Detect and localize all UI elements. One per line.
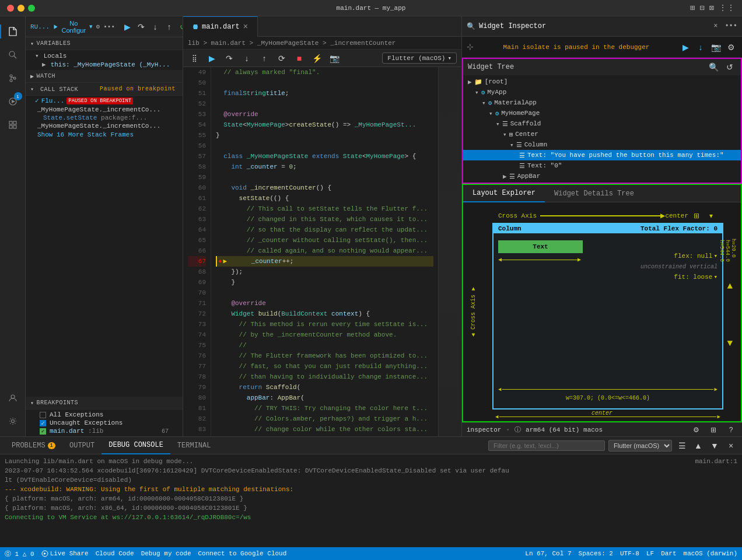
- maximize-button[interactable]: [28, 5, 35, 12]
- layout-icon-2[interactable]: ⊟: [699, 3, 704, 13]
- activity-extensions[interactable]: [2, 114, 23, 135]
- refresh-tree-btn[interactable]: ↺: [723, 61, 736, 74]
- column-container[interactable]: Column Total Flex Factor: 0 Text ◀: [492, 223, 723, 410]
- inspector-settings-btn[interactable]: ⚙: [724, 41, 737, 54]
- debug-resume-btn[interactable]: ▶: [205, 52, 218, 65]
- locals-group[interactable]: ▾ Locals: [26, 51, 183, 60]
- flutter-filter-select[interactable]: Flutter (macOS): [608, 440, 672, 452]
- breakpoints-header[interactable]: ▾ BREAKPOINTS: [26, 397, 183, 410]
- tab-layout-explorer[interactable]: Layout Explorer: [463, 185, 545, 202]
- widget-root[interactable]: ▶ 📁 [root]: [463, 76, 741, 87]
- search-tree-btn[interactable]: 🔍: [707, 61, 720, 74]
- window-controls[interactable]: [7, 5, 35, 12]
- step-over-btn[interactable]: ↷: [223, 52, 236, 65]
- activity-explorer[interactable]: [2, 21, 23, 42]
- locals-this[interactable]: ▶ this: _MyHomePageState (_MyH...: [26, 60, 183, 69]
- cross-axis-more-btn[interactable]: ▾: [705, 209, 718, 222]
- bp-uncaught-checkbox[interactable]: ✓: [40, 420, 46, 426]
- status-cloud-code[interactable]: Cloud Code: [96, 550, 134, 557]
- widget-text-0[interactable]: ☰ Text: "0": [463, 160, 741, 171]
- cs-item-3[interactable]: _MyHomePageState._incrementCo...: [26, 122, 183, 130]
- cs-item-1[interactable]: _MyHomePageState._incrementCo...: [26, 106, 183, 114]
- activity-settings[interactable]: [2, 411, 23, 432]
- step-in-btn[interactable]: ↓: [694, 41, 707, 54]
- watch-header[interactable]: ▶ WATCH: [26, 70, 183, 83]
- status-live-share[interactable]: Live Share: [41, 550, 89, 557]
- widget-column[interactable]: ▾ ☰ Column: [463, 139, 741, 150]
- tab-close-icon[interactable]: ×: [243, 23, 248, 31]
- resume-btn[interactable]: ▶: [679, 41, 692, 54]
- tab-terminal[interactable]: TERMINAL: [170, 437, 218, 454]
- inspector-close-icon[interactable]: ×: [713, 22, 718, 30]
- call-stack-header[interactable]: ▾ CALL STACK Paused on breakpoint: [26, 83, 183, 96]
- widget-appbar[interactable]: ▶ ☰ AppBar: [463, 171, 741, 181]
- layout-icon-1[interactable]: ⊞: [690, 3, 695, 13]
- status-encoding[interactable]: UTF-8: [620, 550, 639, 557]
- footer-filter-btn[interactable]: ⊞: [707, 424, 720, 436]
- code-content[interactable]: // always marked "final". final String t…: [211, 67, 438, 436]
- settings-icon[interactable]: ⚙: [96, 23, 100, 30]
- inspector-more-icon[interactable]: •••: [724, 22, 737, 30]
- status-spaces[interactable]: Spaces: 2: [579, 550, 613, 557]
- close-button[interactable]: [7, 5, 14, 12]
- stop-debug-btn[interactable]: ■: [293, 52, 306, 65]
- widget-text-selected[interactable]: ☰ Text: "You have pushed the button this…: [463, 150, 741, 160]
- status-connect-gcloud[interactable]: Connect to Google Cloud: [198, 550, 287, 557]
- widget-center[interactable]: ▾ ⊞ Center: [463, 129, 741, 139]
- move-icon[interactable]: ⣿: [188, 52, 201, 65]
- step-out-btn[interactable]: ↑: [258, 52, 271, 65]
- bp-main-dart[interactable]: ✓ main.dart :lib 67: [26, 427, 183, 435]
- editor-tab-main[interactable]: main.dart ×: [183, 16, 258, 37]
- activity-search[interactable]: [2, 44, 23, 65]
- widget-myapp[interactable]: ▾ ⚙ MyApp: [463, 87, 741, 97]
- code-editor[interactable]: 49 50 51 52 53 54 55 56 57 58 59 60 61 6…: [183, 67, 461, 436]
- info-icon[interactable]: ⓘ: [514, 425, 521, 434]
- footer-settings-btn[interactable]: ⚙: [690, 424, 702, 436]
- fit-dropdown-icon[interactable]: ▾: [713, 273, 718, 281]
- flutter-badge[interactable]: Flutter (macOS) ▾: [382, 52, 457, 64]
- minimize-button[interactable]: [18, 5, 24, 12]
- select-widget-icon[interactable]: ⊹: [467, 42, 474, 52]
- scroll-up-btn[interactable]: ▲: [692, 439, 705, 452]
- tab-debug-console[interactable]: DEBUG CONSOLE: [102, 437, 170, 454]
- hot-reload-btn[interactable]: ⚡: [310, 52, 323, 65]
- status-debug-code[interactable]: Debug my code: [141, 550, 191, 557]
- bp-all-checkbox[interactable]: [40, 412, 46, 418]
- bp-main-checkbox[interactable]: ✓: [40, 428, 46, 435]
- restart-button[interactable]: ↺: [177, 20, 183, 33]
- status-position[interactable]: Ln 67, Col 7: [525, 550, 571, 557]
- bp-all-exceptions[interactable]: All Exceptions: [26, 411, 183, 419]
- more-icon[interactable]: •••: [103, 23, 115, 30]
- scroll-down-btn[interactable]: ▼: [708, 439, 721, 452]
- layout-icon-3[interactable]: ⊠: [709, 3, 714, 13]
- cs-item-0[interactable]: ✓ Flu... PAUSED ON BREAKPOINT: [26, 96, 183, 106]
- list-view-btn[interactable]: ☰: [676, 439, 688, 452]
- camera-btn[interactable]: 📷: [328, 52, 341, 65]
- bp-uncaught[interactable]: ✓ Uncaught Exceptions: [26, 419, 183, 427]
- status-platform[interactable]: macOS (darwin): [684, 550, 737, 557]
- activity-debug[interactable]: 1: [2, 91, 23, 112]
- activity-git[interactable]: [2, 68, 23, 89]
- tab-output[interactable]: OUTPUT: [62, 437, 102, 454]
- tab-widget-details[interactable]: Widget Details Tree: [545, 185, 643, 202]
- reconnect-btn[interactable]: ⟳: [275, 52, 288, 65]
- status-line-ending[interactable]: LF: [646, 550, 654, 557]
- close-panel-btn[interactable]: ×: [724, 439, 737, 452]
- filter-input[interactable]: [488, 440, 605, 451]
- step-out-button[interactable]: ↑: [163, 20, 176, 33]
- status-errors[interactable]: ⓪ 1 △ 0: [5, 550, 34, 558]
- status-language[interactable]: Dart: [661, 550, 676, 557]
- footer-help-btn[interactable]: ?: [724, 424, 737, 436]
- flex-dropdown-icon[interactable]: ▾: [713, 252, 718, 260]
- widget-myhomepage[interactable]: ▾ ⚙ MyHomePage: [463, 108, 741, 118]
- step-over-button[interactable]: ↷: [135, 20, 148, 33]
- show-more-frames[interactable]: Show 16 More Stack Frames: [26, 130, 183, 139]
- widget-materialapp[interactable]: ▾ ⚙ MaterialApp: [463, 97, 741, 108]
- tab-problems[interactable]: PROBLEMS 1: [5, 437, 62, 454]
- cross-axis-align-btn[interactable]: ⊞: [692, 209, 701, 222]
- snapshot-btn[interactable]: 📷: [709, 41, 722, 54]
- step-into-btn[interactable]: ↓: [240, 52, 253, 65]
- step-into-button[interactable]: ↓: [149, 20, 162, 33]
- text-widget-box[interactable]: Text: [498, 240, 583, 253]
- run-button[interactable]: No Configur ▾: [53, 20, 93, 34]
